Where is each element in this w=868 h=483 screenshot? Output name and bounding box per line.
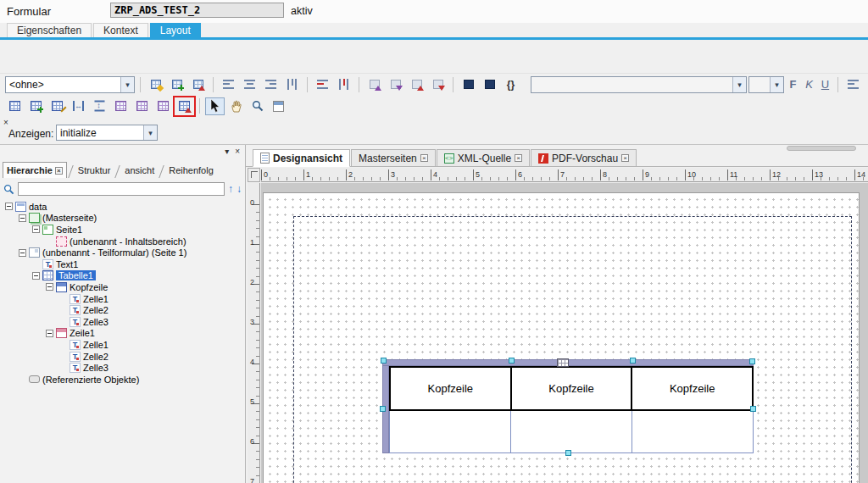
insert-table-icon[interactable]	[5, 97, 25, 115]
tab-layout[interactable]: Layout	[150, 23, 201, 37]
align-top-icon[interactable]	[282, 75, 302, 93]
selection-handle[interactable]	[630, 358, 636, 364]
close-icon[interactable]: ×	[3, 119, 8, 127]
search-up-icon[interactable]: ↑	[228, 184, 233, 194]
zoom-icon[interactable]	[248, 97, 267, 115]
tab-xml-quelle[interactable]: XML-Quelle ×	[437, 149, 530, 167]
page-preview-icon[interactable]	[269, 97, 288, 115]
selection-handle[interactable]	[381, 358, 387, 364]
table-header-cell[interactable]: Kopfzeile	[632, 368, 752, 409]
split-cell-horizontal-icon[interactable]	[132, 97, 152, 115]
row-height-icon[interactable]	[90, 97, 109, 115]
selection-arrow-icon[interactable]	[205, 97, 225, 115]
chevron-down-icon[interactable]: ▾	[143, 125, 157, 140]
collapse-toggle-icon[interactable]	[5, 203, 13, 210]
send-to-back-icon[interactable]	[386, 75, 405, 93]
table-header-grip-icon[interactable]	[557, 358, 569, 367]
distribute-horizontal-icon[interactable]	[313, 75, 332, 93]
palette-close-icon[interactable]: ×	[235, 147, 240, 156]
tree-item-text1[interactable]: Text1	[2, 258, 243, 270]
split-cell-vertical-icon[interactable]	[153, 97, 173, 115]
selection-handle[interactable]	[749, 358, 755, 364]
tree-item-tabelle1[interactable]: Tabelle1	[2, 270, 243, 282]
tab-masterseiten[interactable]: Masterseiten ×	[351, 149, 436, 167]
table-header-cell[interactable]: Kopfzeile	[512, 368, 632, 409]
design-canvas[interactable]: Kopfzeile Kopfzeile Kopfzeile	[261, 183, 868, 483]
tree-item-data[interactable]: data	[2, 201, 243, 213]
ungroup-icon[interactable]	[480, 75, 499, 93]
tree-item-masterseite[interactable]: (Masterseite)	[2, 213, 243, 225]
table-body-cell[interactable]	[632, 411, 753, 452]
table-body-cell[interactable]	[390, 411, 510, 452]
edit-table-icon[interactable]	[47, 97, 67, 115]
add-object-icon[interactable]	[167, 75, 186, 93]
send-backward-icon[interactable]	[428, 75, 448, 93]
collapse-toggle-icon[interactable]	[19, 214, 26, 222]
object-style-dropdown[interactable]: <ohne> ▾	[5, 76, 135, 93]
tree-item-zelle3[interactable]: Zelle3	[2, 362, 243, 374]
insert-fragment-icon[interactable]	[188, 75, 208, 93]
palette-menu-icon[interactable]: ▾	[225, 147, 229, 156]
page-surface[interactable]: Kopfzeile Kopfzeile Kopfzeile	[263, 192, 860, 483]
tree-item-teilformular[interactable]: (unbenannt - Teilformular) (Seite 1)	[2, 247, 243, 258]
column-width-icon[interactable]	[69, 97, 88, 115]
tab-close-icon[interactable]: ×	[55, 167, 63, 175]
tab-close-icon[interactable]: ×	[621, 154, 629, 162]
tab-hierarchie[interactable]: Hierarchie ×	[3, 162, 67, 178]
tree-item-zelle3[interactable]: Zelle3	[2, 316, 243, 328]
selection-handle[interactable]	[565, 450, 571, 456]
table-header-cell[interactable]: Kopfzeile	[391, 368, 510, 409]
table-selection-icon[interactable]	[175, 97, 194, 115]
tab-close-icon[interactable]: ×	[515, 154, 522, 162]
tree-item-zelle1[interactable]: Zelle1	[2, 339, 243, 351]
tree-item-kopfzeile[interactable]: Kopfzeile	[2, 281, 243, 293]
bold-button[interactable]: F	[786, 77, 800, 92]
align-right-icon[interactable]	[261, 75, 281, 93]
tab-pdf-vorschau[interactable]: PDF-Vorschau ×	[531, 149, 637, 167]
align-left-icon[interactable]	[219, 75, 238, 93]
paragraph-align-icon[interactable]	[843, 75, 863, 93]
form-name-field[interactable]	[110, 3, 284, 18]
search-input[interactable]	[18, 182, 225, 196]
table-object[interactable]: Kopfzeile Kopfzeile Kopfzeile	[382, 359, 754, 453]
collapse-toggle-icon[interactable]	[46, 283, 53, 291]
show-event-dropdown[interactable]: initialize ▾	[56, 125, 158, 141]
underline-button[interactable]: U	[818, 77, 832, 92]
search-down-icon[interactable]: ↓	[236, 184, 242, 194]
tab-close-icon[interactable]: ×	[420, 154, 428, 162]
align-center-icon[interactable]	[240, 75, 259, 93]
splitter-handle[interactable]	[787, 146, 856, 151]
distribute-vertical-icon[interactable]	[334, 75, 353, 93]
tree-item-zelle2[interactable]: Zelle2	[2, 304, 243, 316]
chevron-down-icon[interactable]: ▾	[770, 77, 783, 92]
script-braces-icon[interactable]: {}	[501, 75, 520, 93]
selection-handle[interactable]	[509, 358, 515, 364]
tab-reihenfolge[interactable]: Reihenfolg	[165, 163, 217, 178]
tab-kontext[interactable]: Kontext	[93, 23, 148, 37]
collapse-toggle-icon[interactable]	[32, 272, 40, 280]
chevron-down-icon[interactable]: ▾	[120, 77, 134, 92]
bring-to-front-icon[interactable]	[364, 75, 384, 93]
tab-struktur[interactable]: Struktur	[75, 163, 114, 178]
tree-item-inhaltsbereich[interactable]: (unbenannt - Inhaltsbereich)	[2, 236, 243, 247]
collapse-toggle-icon[interactable]	[19, 249, 26, 257]
new-object-icon[interactable]	[146, 75, 165, 93]
tree-item-referenzierte-objekte[interactable]: (Referenzierte Objekte)	[2, 374, 243, 386]
collapse-toggle-icon[interactable]	[46, 330, 53, 337]
chevron-down-icon[interactable]: ▾	[732, 77, 746, 92]
tree-item-seite1[interactable]: Seite1	[2, 224, 243, 236]
font-size-dropdown[interactable]: ▾	[748, 76, 784, 93]
tab-datenansicht[interactable]: ansicht	[121, 163, 158, 178]
italic-button[interactable]: K	[802, 77, 816, 92]
font-family-dropdown[interactable]: ▾	[531, 76, 747, 93]
merge-cells-icon[interactable]	[111, 97, 131, 115]
insert-row-icon[interactable]	[26, 97, 46, 115]
bring-forward-icon[interactable]	[407, 75, 426, 93]
selection-handle[interactable]	[380, 406, 386, 412]
group-icon[interactable]	[459, 75, 478, 93]
table-body-cell[interactable]	[511, 411, 632, 452]
tab-designansicht[interactable]: Designansicht	[253, 149, 350, 167]
tree-item-zelle1[interactable]: Zelle1	[2, 293, 243, 305]
selection-handle[interactable]	[750, 406, 756, 412]
collapse-toggle-icon[interactable]	[32, 225, 40, 233]
